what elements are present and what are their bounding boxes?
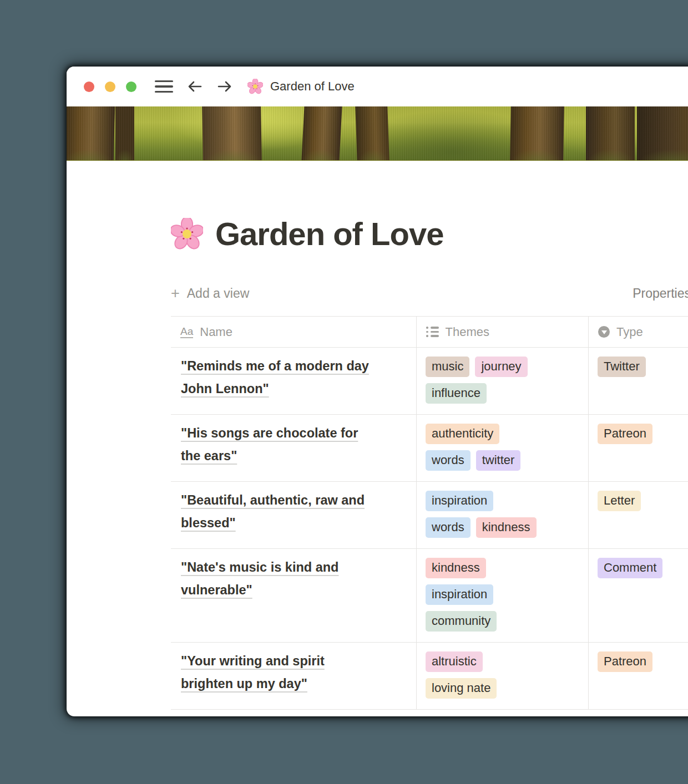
tag-line: altruistic xyxy=(426,651,580,672)
page-link[interactable]: "Nate's music is kind and vulnerable" xyxy=(181,556,374,602)
name-cell[interactable]: "His songs are chocolate for the ears" xyxy=(171,415,417,481)
column-label: Name xyxy=(200,325,232,339)
themes-cell[interactable]: authenticitywordstwitter xyxy=(417,415,589,481)
table-row: "His songs are chocolate for the ears"au… xyxy=(171,415,688,482)
type-cell[interactable]: Patreon xyxy=(589,415,688,481)
theme-tag[interactable]: inspiration xyxy=(426,491,493,511)
column-header-type[interactable]: Type xyxy=(589,317,688,347)
theme-tag[interactable]: influence xyxy=(426,383,487,404)
page-background: { "window": { "titlebar": { "title": "Ga… xyxy=(0,0,688,784)
page-link[interactable]: "Your writing and spirit brighten up my … xyxy=(181,650,374,695)
view-toolbar: + Add a view Properties xyxy=(171,282,688,304)
cover-tree-trunk xyxy=(67,106,115,161)
minimize-window-button[interactable] xyxy=(105,82,115,92)
theme-tag[interactable]: music xyxy=(426,357,469,377)
cherry-blossom-icon xyxy=(247,79,263,94)
table-header-row: AaNameThemesType xyxy=(171,316,688,348)
properties-button[interactable]: Properties xyxy=(633,286,688,301)
tag-line: inspiration xyxy=(426,491,580,511)
cover-tree-trunk xyxy=(202,106,262,161)
table-row: "Reminds me of a modern day John Lennon"… xyxy=(171,348,688,415)
add-view-label: Add a view xyxy=(187,286,250,301)
name-cell[interactable]: "Your writing and spirit brighten up my … xyxy=(171,643,417,709)
page-link[interactable]: "Reminds me of a modern day John Lennon" xyxy=(181,355,374,400)
page-link[interactable]: "His songs are chocolate for the ears" xyxy=(181,422,374,467)
cover-image xyxy=(67,106,688,161)
tag-line: inspiration xyxy=(426,584,580,605)
type-cell[interactable]: Patreon xyxy=(589,643,688,709)
cherry-blossom-icon[interactable] xyxy=(171,218,203,250)
close-window-button[interactable] xyxy=(84,82,94,92)
column-header-name[interactable]: AaName xyxy=(171,317,417,347)
table-body: "Reminds me of a modern day John Lennon"… xyxy=(171,348,688,710)
traffic-lights xyxy=(84,82,136,92)
name-cell[interactable]: "Beautiful, authentic, raw and blessed" xyxy=(171,482,417,548)
forward-arrow-icon[interactable] xyxy=(216,78,233,95)
theme-tag[interactable]: words xyxy=(426,450,471,471)
theme-tag[interactable]: loving nate xyxy=(426,678,497,699)
type-tag[interactable]: Patreon xyxy=(598,424,652,444)
add-view-button[interactable]: + Add a view xyxy=(171,286,249,301)
type-cell[interactable]: Letter xyxy=(589,482,688,548)
cover-tree-trunk xyxy=(115,106,134,161)
tag-line: musicjourney xyxy=(426,357,580,377)
themes-cell[interactable]: altruisticloving nate xyxy=(417,643,589,709)
page-title[interactable]: Garden of Love xyxy=(215,215,443,252)
theme-tag[interactable]: journey xyxy=(475,357,527,377)
select-property-icon xyxy=(598,326,610,338)
table-row: "Beautiful, authentic, raw and blessed"i… xyxy=(171,482,688,549)
themes-cell[interactable]: musicjourneyinfluence xyxy=(417,348,589,414)
type-cell[interactable]: Comment xyxy=(589,549,688,642)
cover-tree-trunk xyxy=(355,106,389,161)
tag-line: influence xyxy=(426,383,580,404)
tag-line: loving nate xyxy=(426,678,580,699)
theme-tag[interactable]: words xyxy=(426,517,471,538)
type-tag[interactable]: Letter xyxy=(598,491,641,511)
theme-tag[interactable]: kindness xyxy=(476,517,537,538)
cover-tree-trunk xyxy=(637,106,688,161)
tag-line: authenticity xyxy=(426,424,580,444)
table-row: "Your writing and spirit brighten up my … xyxy=(171,643,688,710)
page-link[interactable]: "Beautiful, authentic, raw and blessed" xyxy=(181,489,374,534)
count-calculation[interactable]: COUNT 6 xyxy=(171,710,417,716)
theme-tag[interactable]: twitter xyxy=(476,450,521,471)
column-label: Themes xyxy=(446,325,489,339)
type-tag[interactable]: Twitter xyxy=(598,357,646,377)
name-cell[interactable]: "Reminds me of a modern day John Lennon" xyxy=(171,348,417,414)
theme-tag[interactable]: inspiration xyxy=(426,584,493,605)
cover-tree-trunk xyxy=(586,106,635,161)
page-heading: Garden of Love xyxy=(171,215,688,252)
column-label: Type xyxy=(616,325,643,339)
tag-line: wordskindness xyxy=(426,517,580,538)
type-cell[interactable]: Twitter xyxy=(589,348,688,414)
theme-tag[interactable]: community xyxy=(426,611,497,632)
table-row: "Nate's music is kind and vulnerable"kin… xyxy=(171,549,688,643)
app-window: Garden of Love Garden of Love + Add a vi… xyxy=(67,67,688,716)
cover-tree-trunk xyxy=(510,106,564,161)
window-title: Garden of Love xyxy=(270,79,355,94)
table-footer: COUNT 6 xyxy=(171,710,688,716)
hamburger-icon[interactable] xyxy=(155,80,173,93)
multi-select-property-icon xyxy=(426,327,439,337)
tag-line: community xyxy=(426,611,580,632)
back-arrow-icon[interactable] xyxy=(186,78,203,95)
type-tag[interactable]: Comment xyxy=(598,558,662,578)
title-property-icon: Aa xyxy=(180,326,193,338)
cover-tree-trunk xyxy=(301,106,342,161)
theme-tag[interactable]: kindness xyxy=(426,558,486,578)
window-titlebar: Garden of Love xyxy=(67,67,688,106)
theme-tag[interactable]: altruistic xyxy=(426,651,483,672)
zoom-window-button[interactable] xyxy=(126,82,136,92)
database-table: AaNameThemesType "Reminds me of a modern… xyxy=(171,316,688,716)
tag-line: wordstwitter xyxy=(426,450,580,471)
themes-cell[interactable]: kindnessinspirationcommunity xyxy=(417,549,589,642)
type-tag[interactable]: Patreon xyxy=(598,651,652,672)
themes-cell[interactable]: inspirationwordskindness xyxy=(417,482,589,548)
column-header-themes[interactable]: Themes xyxy=(417,317,589,347)
tag-line: kindness xyxy=(426,558,580,578)
theme-tag[interactable]: authenticity xyxy=(426,424,499,444)
page-body: Garden of Love + Add a view Properties A… xyxy=(67,215,688,716)
plus-icon: + xyxy=(171,286,180,301)
name-cell[interactable]: "Nate's music is kind and vulnerable" xyxy=(171,549,417,642)
